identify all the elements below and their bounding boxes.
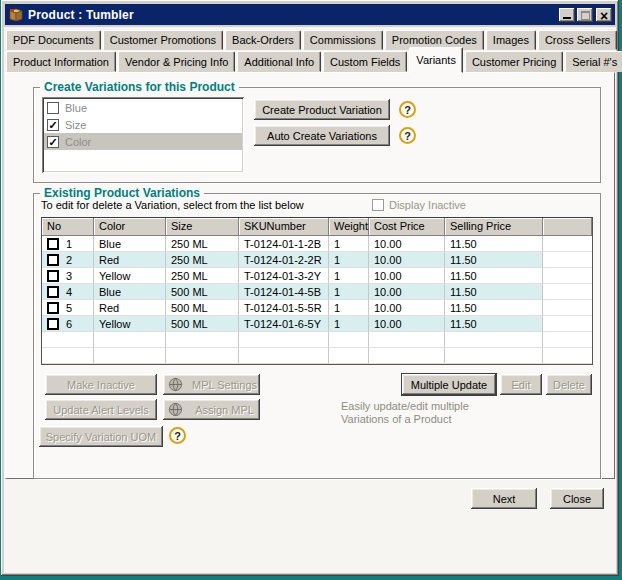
row-checkbox[interactable] (47, 302, 59, 314)
checkbox-icon[interactable] (47, 136, 59, 148)
cell: 500 ML (166, 316, 239, 332)
table-row[interactable]: 6Yellow500 MLT-0124-01-6-5Y110.0011.50 (42, 316, 592, 332)
cell: 1 (329, 300, 369, 316)
cell: T-0124-01-6-5Y (239, 316, 329, 332)
row-number: 6 (66, 318, 72, 330)
table-row[interactable]: 4Blue500 MLT-0124-01-4-5B110.0011.50 (42, 284, 592, 300)
tab-row-1: PDF DocumentsCustomer PromotionsBack-Ord… (6, 30, 615, 50)
cell (329, 348, 369, 364)
multiple-update-button[interactable]: Multiple Update (402, 374, 496, 395)
table-row-empty (42, 348, 592, 364)
cell: T-0124-01-4-5B (239, 284, 329, 300)
row-checkbox[interactable] (47, 238, 59, 250)
tab-commissions[interactable]: Commissions (303, 30, 383, 50)
tab-customer-promotions[interactable]: Customer Promotions (103, 30, 223, 50)
globe-icon (168, 402, 183, 417)
cell: 10.00 (369, 236, 445, 252)
cell (369, 348, 445, 364)
column-header-skunumber: SKUNumber (239, 218, 329, 236)
row-checkbox[interactable] (47, 286, 59, 298)
cell (94, 348, 166, 364)
cell (239, 332, 329, 348)
help-icon[interactable]: ? (169, 427, 186, 444)
maximize-icon (581, 11, 590, 20)
tab-variants[interactable]: Variants (409, 47, 463, 73)
tab-cross-sellers[interactable]: Cross Sellers (538, 30, 617, 50)
cell: 3 (42, 268, 94, 284)
dialog-window: Product : Tumbler PDF DocumentsCustomer … (1, 0, 619, 576)
row-checkbox[interactable] (47, 270, 59, 282)
auto-create-variations-button[interactable]: Auto Create Variations (254, 125, 390, 146)
make-inactive-button: Make Inactive (45, 374, 157, 395)
option-label: Size (65, 119, 86, 131)
group-title-create-variations: Create Variations for this Product (40, 80, 239, 94)
variation-option-color[interactable]: Color (44, 133, 242, 150)
tab-custom-fields[interactable]: Custom Fields (323, 51, 407, 72)
cell (42, 348, 94, 364)
next-button[interactable]: Next (471, 488, 537, 509)
tab-images[interactable]: Images (486, 30, 536, 50)
close-button[interactable] (596, 8, 612, 22)
specify-variation-uom-button: Specify Variation UOM (39, 426, 163, 447)
table-row[interactable]: 3Yellow250 MLT-0124-01-3-2Y110.0011.50 (42, 268, 592, 284)
cell: 1 (329, 268, 369, 284)
row-number: 5 (66, 302, 72, 314)
cell: 11.50 (445, 252, 543, 268)
minimize-button[interactable] (559, 8, 575, 22)
variation-option-size[interactable]: Size (44, 116, 242, 133)
cell: 250 ML (166, 252, 239, 268)
cell: 11.50 (445, 300, 543, 316)
cell: 11.50 (445, 284, 543, 300)
tab-product-information[interactable]: Product Information (6, 51, 116, 72)
tab-pdf-documents[interactable]: PDF Documents (6, 30, 101, 50)
row-number: 4 (66, 286, 72, 298)
tab-back-orders[interactable]: Back-Orders (225, 30, 301, 50)
mpl-settings-label: MPL Settings (189, 379, 260, 391)
table-body: 1Blue250 MLT-0124-01-1-2B110.0011.502Red… (42, 236, 592, 364)
create-variations-group: Create Variations for this Product BlueS… (33, 87, 601, 183)
cell: 500 ML (166, 284, 239, 300)
row-checkbox[interactable] (47, 254, 59, 266)
variations-table: NoColorSizeSKUNumberWeightCost PriceSell… (41, 217, 593, 365)
group-title-existing-variations: Existing Product Variations (40, 186, 204, 200)
tab-additional-info[interactable]: Additional Info (237, 51, 321, 72)
cell-spacer (543, 348, 592, 364)
globe-icon (168, 377, 183, 392)
help-icon[interactable]: ? (399, 127, 416, 144)
row-checkbox[interactable] (47, 318, 59, 330)
cell: Blue (94, 284, 166, 300)
variation-actions: Make Inactive MPL Settings Update Alert … (41, 371, 593, 457)
update-alert-levels-button: Update Alert Levels (45, 399, 157, 420)
variation-option-blue[interactable]: Blue (44, 99, 242, 116)
dialog-body: PDF DocumentsCustomer PromotionsBack-Ord… (4, 27, 616, 573)
option-label: Color (65, 136, 91, 148)
tab-serial-s[interactable]: Serial #'s (565, 51, 622, 72)
tab-vendor-pricing-info[interactable]: Vendor & Pricing Info (118, 51, 235, 72)
cell (94, 332, 166, 348)
checkbox-icon[interactable] (47, 119, 59, 131)
title-bar: Product : Tumbler (5, 4, 615, 25)
cell: Red (94, 252, 166, 268)
cell-spacer (543, 236, 592, 252)
display-inactive-label: Display Inactive (389, 199, 466, 211)
cell: Red (94, 300, 166, 316)
cell: Yellow (94, 316, 166, 332)
table-row[interactable]: 5Red500 MLT-0124-01-5-5R110.0011.50 (42, 300, 592, 316)
cell: 10.00 (369, 300, 445, 316)
checkbox-icon[interactable] (47, 102, 59, 114)
close-dialog-button[interactable]: Close (550, 488, 604, 509)
cell: 1 (329, 236, 369, 252)
tab-customer-pricing[interactable]: Customer Pricing (465, 51, 563, 72)
table-row[interactable]: 2Red250 MLT-0124-01-2-2R110.0011.50 (42, 252, 592, 268)
create-product-variation-button[interactable]: Create Product Variation (254, 99, 390, 120)
cell: 250 ML (166, 236, 239, 252)
cell (329, 332, 369, 348)
window-title: Product : Tumbler (28, 8, 559, 22)
table-row[interactable]: 1Blue250 MLT-0124-01-1-2B110.0011.50 (42, 236, 592, 252)
help-icon[interactable]: ? (399, 101, 416, 118)
column-header-spacer (543, 218, 592, 236)
row-number: 1 (66, 238, 72, 250)
column-header-color: Color (94, 218, 166, 236)
cell: 1 (329, 284, 369, 300)
variation-options-listbox[interactable]: BlueSizeColor (42, 97, 244, 173)
